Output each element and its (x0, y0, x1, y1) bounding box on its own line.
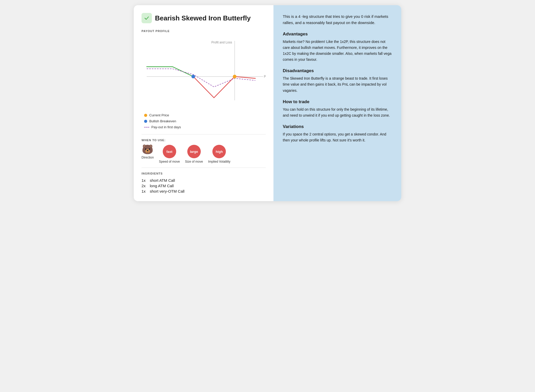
ingredients-section: INGRIDIENTS 1x short ATM Call 2x long AT… (142, 172, 266, 193)
divider-2 (142, 168, 266, 168)
main-card: Bearish Skewed Iron Butterfly PAYOUT PRO… (134, 5, 401, 201)
legend-bullish-breakeven: Bullish Breakeven (144, 119, 266, 123)
payout-chart: Profit and Loss Price (142, 36, 266, 108)
how-to-trade-heading: How to trade (283, 99, 392, 104)
legend-current-price: Current Price (144, 113, 266, 117)
disadvantages-body: The Skewed Iron Butterfly is a strange b… (283, 76, 392, 93)
disadvantages-section: Disadvantages The Skewed Iron Butterfly … (283, 68, 392, 93)
payout-dash (144, 127, 149, 127)
page-title: Bearish Skewed Iron Butterfly (155, 14, 251, 22)
variations-body: If you space the 2 central options, you … (283, 131, 392, 143)
indicator-direction: 🐻 Direction (142, 145, 154, 159)
iv-bubble: high (212, 145, 226, 158)
svg-text:Price: Price (264, 75, 266, 78)
list-item: 1x short very-OTM Call (142, 189, 266, 193)
when-to-use-label: WHEN TO USE: (142, 139, 266, 142)
current-price-dot (144, 114, 147, 117)
speed-bubble: fast (163, 145, 176, 158)
left-panel: Bearish Skewed Iron Butterfly PAYOUT PRO… (134, 5, 273, 201)
intro-text: This is a 4 -leg structure that tries to… (283, 13, 392, 26)
list-item: 1x short ATM Call (142, 178, 266, 183)
bear-emoji: 🐻 (142, 145, 153, 154)
advantages-section: Advantages Markets rise? No problem! Lik… (283, 32, 392, 63)
advantages-body: Markets rise? No problem! Like the 1x2P,… (283, 39, 392, 63)
iv-label: Implied Volatility (208, 160, 230, 163)
speed-label: Speed of move (159, 160, 180, 163)
indicator-speed: fast Speed of move (159, 145, 180, 163)
indicators-row: 🐻 Direction fast Speed of move large Siz… (142, 145, 266, 163)
svg-point-5 (191, 75, 195, 78)
indicator-iv: high Implied Volatility (208, 145, 230, 163)
size-bubble: large (187, 145, 201, 158)
when-to-use-section: WHEN TO USE: 🐻 Direction fast Speed of m… (142, 139, 266, 163)
title-row: Bearish Skewed Iron Butterfly (142, 13, 266, 23)
legend-payout-first-days: Pay-out in first days (144, 125, 266, 129)
how-to-trade-section: How to trade You can hold on this struct… (283, 99, 392, 118)
direction-label: Direction (142, 156, 154, 159)
variations-heading: Variations (283, 124, 392, 129)
payout-label: PAYOUT PROFILE (142, 29, 266, 33)
check-icon (142, 13, 152, 23)
indicator-size: large Size of move (185, 145, 203, 163)
right-panel: This is a 4 -leg structure that tries to… (273, 5, 401, 201)
advantages-heading: Advantages (283, 32, 392, 37)
svg-text:Profit and Loss: Profit and Loss (211, 41, 232, 44)
size-label: Size of move (185, 160, 203, 163)
ingredients-label: INGRIDIENTS (142, 172, 266, 175)
bullish-breakeven-dot (144, 120, 147, 123)
how-to-trade-body: You can hold on this structure for only … (283, 107, 392, 118)
ingredients-list: 1x short ATM Call 2x long ATM Call 1x sh… (142, 178, 266, 193)
disadvantages-heading: Disadvantages (283, 68, 392, 73)
list-item: 2x long ATM Call (142, 184, 266, 188)
variations-section: Variations If you space the 2 central op… (283, 124, 392, 143)
divider-1 (142, 134, 266, 134)
chart-legend: Current Price Bullish Breakeven Pay-out … (142, 113, 266, 129)
svg-point-4 (233, 75, 236, 78)
